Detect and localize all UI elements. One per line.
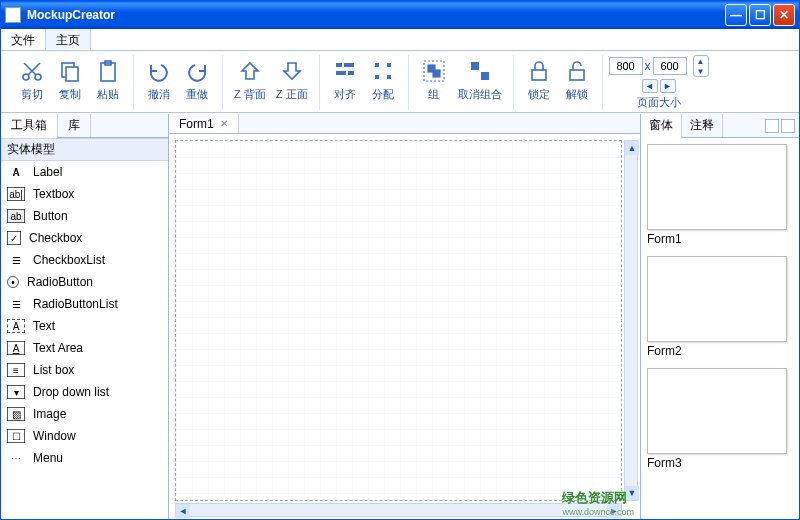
paste-icon <box>94 57 122 85</box>
align-button[interactable]: 对齐 <box>326 55 364 104</box>
redo-icon <box>183 57 211 85</box>
toolbox-section-header[interactable]: 实体模型 <box>1 138 168 161</box>
menu-icon: ⋯ <box>7 451 25 465</box>
svg-rect-9 <box>348 71 354 75</box>
group-button[interactable]: 组 <box>415 55 453 104</box>
window-title: MockupCreator <box>27 8 115 22</box>
toolbox-item-textarea[interactable]: AText Area <box>1 337 168 359</box>
pagesize-group: x ▲▼ ◄ ► 页面大小 <box>603 55 715 110</box>
window-icon: ☐ <box>7 429 25 443</box>
undo-icon <box>145 57 173 85</box>
tab-library[interactable]: 库 <box>58 114 91 137</box>
svg-rect-8 <box>336 71 346 75</box>
horizontal-scrollbar[interactable]: ◄ ► <box>175 503 622 517</box>
svg-rect-11 <box>387 63 391 67</box>
design-canvas[interactable] <box>175 140 622 501</box>
menu-home[interactable]: 主页 <box>46 29 91 50</box>
right-panel: 窗体 注释 Form1 Form2 Form3 <box>641 114 799 519</box>
toolbox-item-window[interactable]: ☐Window <box>1 425 168 447</box>
scissors-icon <box>18 57 46 85</box>
svg-rect-17 <box>471 62 479 70</box>
view-list-icon[interactable] <box>765 119 779 133</box>
lock-button[interactable]: 锁定 <box>520 55 558 104</box>
send-back-icon <box>236 57 264 85</box>
paste-button[interactable]: 粘贴 <box>89 55 127 104</box>
tab-toolbox[interactable]: 工具箱 <box>1 114 58 138</box>
zfront-button[interactable]: Z 正面 <box>271 55 313 104</box>
redo-button[interactable]: 重做 <box>178 55 216 104</box>
vertical-scrollbar[interactable]: ▲ ▼ <box>624 140 638 501</box>
app-icon <box>5 7 21 23</box>
align-icon <box>331 57 359 85</box>
ungroup-button[interactable]: 取消组合 <box>453 55 507 104</box>
toolbox-item-checkbox[interactable]: ✓Checkbox <box>1 227 168 249</box>
page-prev-button[interactable]: ◄ <box>642 79 658 93</box>
svg-rect-19 <box>532 70 546 80</box>
view-thumb-icon[interactable] <box>781 119 795 133</box>
toolbox-item-button[interactable]: abButton <box>1 205 168 227</box>
menu-file[interactable]: 文件 <box>1 29 46 50</box>
svg-rect-12 <box>375 75 379 79</box>
toolbox-item-menu[interactable]: ⋯Menu <box>1 447 168 469</box>
tab-notes[interactable]: 注释 <box>682 114 723 137</box>
radiolist-icon: ☰ <box>7 297 25 311</box>
ungroup-icon <box>466 57 494 85</box>
toolbox-item-radiobutton[interactable]: •RadioButton <box>1 271 168 293</box>
page-x-label: x <box>645 59 651 73</box>
scroll-down-icon[interactable]: ▼ <box>625 486 639 500</box>
thumbnail-form1[interactable] <box>647 144 787 230</box>
toolbox-item-checkboxlist[interactable]: ☰CheckboxList <box>1 249 168 271</box>
unlock-button[interactable]: 解锁 <box>558 55 596 104</box>
thumb-label: Form3 <box>647 456 793 470</box>
distribute-icon <box>369 57 397 85</box>
button-icon: ab <box>7 209 25 223</box>
toolbox-item-dropdown[interactable]: ▾Drop down list <box>1 381 168 403</box>
textbox-icon: ab| <box>7 187 25 201</box>
page-width-input[interactable] <box>609 57 643 75</box>
listbox-icon: ≡ <box>7 363 25 377</box>
close-icon[interactable]: ✕ <box>220 118 228 129</box>
close-button[interactable]: ✕ <box>773 4 795 26</box>
menubar: 文件 主页 <box>1 29 799 51</box>
titlebar[interactable]: MockupCreator — ☐ ✕ <box>1 1 799 29</box>
thumbnail-form2[interactable] <box>647 256 787 342</box>
svg-rect-10 <box>375 63 379 67</box>
radio-icon: • <box>7 276 19 288</box>
page-next-button[interactable]: ► <box>660 79 676 93</box>
undo-button[interactable]: 撤消 <box>140 55 178 104</box>
scroll-up-icon[interactable]: ▲ <box>625 141 639 155</box>
toolbox-item-label[interactable]: ALabel <box>1 161 168 183</box>
cut-button[interactable]: 剪切 <box>13 55 51 104</box>
left-panel: 工具箱 库 实体模型 ALabel ab|Textbox abButton ✓C… <box>1 114 169 519</box>
copy-button[interactable]: 复制 <box>51 55 89 104</box>
page-height-input[interactable] <box>653 57 687 75</box>
body: 工具箱 库 实体模型 ALabel ab|Textbox abButton ✓C… <box>1 113 799 519</box>
thumbnails: Form1 Form2 Form3 <box>641 138 799 519</box>
minimize-button[interactable]: — <box>725 4 747 26</box>
toolbox-item-image[interactable]: ▧Image <box>1 403 168 425</box>
dropdown-icon: ▾ <box>7 385 25 399</box>
toolbox-item-textbox[interactable]: ab|Textbox <box>1 183 168 205</box>
thumbnail-form3[interactable] <box>647 368 787 454</box>
pagesize-label: 页面大小 <box>637 95 681 110</box>
app-window: MockupCreator — ☐ ✕ 文件 主页 剪切 复制 粘贴 <box>0 0 800 520</box>
scroll-left-icon[interactable]: ◄ <box>176 504 190 518</box>
toolbox-item-listbox[interactable]: ≡List box <box>1 359 168 381</box>
doc-tab-form1[interactable]: Form1 ✕ <box>169 114 239 133</box>
thumb-label: Form1 <box>647 232 793 246</box>
svg-rect-7 <box>344 63 354 67</box>
svg-rect-20 <box>570 70 584 80</box>
svg-rect-18 <box>481 72 489 80</box>
center-panel: Form1 ✕ ▲ ▼ ◄ ► 绿色资源网 www.downcc.com <box>169 114 641 519</box>
svg-rect-3 <box>66 67 78 81</box>
toolbox-item-text[interactable]: AText <box>1 315 168 337</box>
tab-forms[interactable]: 窗体 <box>641 114 682 138</box>
toolbox-item-radiobuttonlist[interactable]: ☰RadioButtonList <box>1 293 168 315</box>
group-icon <box>420 57 448 85</box>
pagesize-spinner[interactable]: ▲▼ <box>693 55 709 77</box>
maximize-button[interactable]: ☐ <box>749 4 771 26</box>
distribute-button[interactable]: 分配 <box>364 55 402 104</box>
zback-button[interactable]: Z 背面 <box>229 55 271 104</box>
scroll-right-icon[interactable]: ► <box>607 504 621 518</box>
text-icon: A <box>7 319 25 333</box>
